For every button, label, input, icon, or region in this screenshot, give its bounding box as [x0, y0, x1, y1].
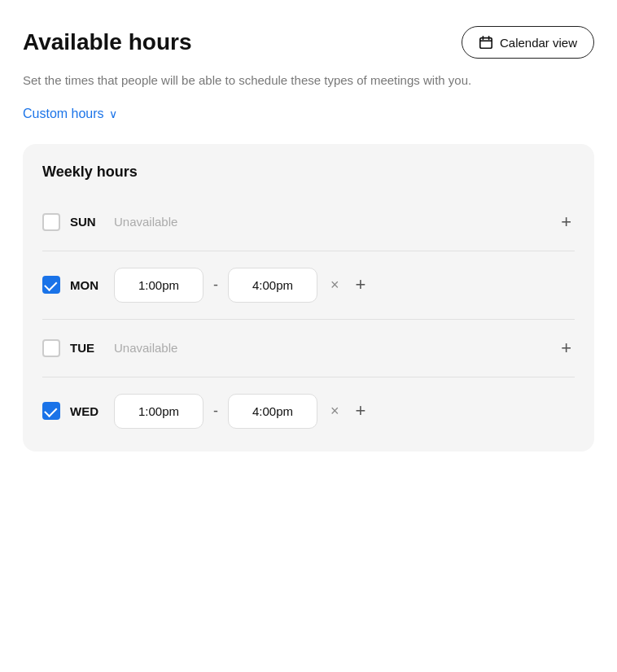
- day-row-tue: TUE Unavailable +: [42, 323, 575, 373]
- subtitle-text: Set the times that people will be able t…: [23, 72, 594, 90]
- wed-dash: -: [213, 403, 218, 420]
- mon-checkbox[interactable]: [42, 276, 60, 294]
- mon-dash: -: [213, 277, 218, 294]
- mon-label: MON: [70, 278, 104, 292]
- wed-label: WED: [70, 404, 104, 418]
- mon-add-button[interactable]: +: [352, 273, 370, 297]
- page-header: Available hours Calendar view: [23, 26, 594, 59]
- wed-checkbox[interactable]: [42, 402, 60, 420]
- sun-checkbox[interactable]: [42, 213, 60, 231]
- day-row-mon: MON 1:00pm - 4:00pm × +: [42, 255, 575, 316]
- wed-add-button[interactable]: +: [352, 399, 370, 423]
- wed-remove-button[interactable]: ×: [327, 400, 343, 421]
- wed-start-time[interactable]: 1:00pm: [114, 394, 203, 429]
- day-row-wed: WED 1:00pm - 4:00pm × +: [42, 381, 575, 442]
- svg-rect-0: [480, 38, 492, 49]
- tue-label: TUE: [70, 341, 104, 355]
- day-row-sun: SUN Unavailable +: [42, 197, 575, 247]
- page-title: Available hours: [23, 29, 191, 55]
- mon-start-time[interactable]: 1:00pm: [114, 268, 203, 303]
- calendar-view-label: Calendar view: [500, 36, 577, 50]
- weekly-hours-title: Weekly hours: [42, 164, 575, 181]
- mon-remove-button[interactable]: ×: [327, 274, 343, 295]
- sun-add-button[interactable]: +: [558, 210, 575, 234]
- chevron-down-icon: ∨: [109, 107, 117, 120]
- weekly-hours-card: Weekly hours SUN Unavailable + MON 1:00p…: [23, 144, 594, 452]
- sun-label: SUN: [70, 215, 104, 229]
- calendar-icon: [479, 35, 493, 50]
- calendar-view-button[interactable]: Calendar view: [462, 26, 594, 59]
- custom-hours-label: Custom hours: [23, 107, 104, 121]
- wed-end-time[interactable]: 4:00pm: [228, 394, 317, 429]
- tue-unavailable: Unavailable: [114, 341, 548, 355]
- custom-hours-link[interactable]: Custom hours ∨: [23, 107, 117, 121]
- mon-end-time[interactable]: 4:00pm: [228, 268, 317, 303]
- tue-checkbox[interactable]: [42, 339, 60, 357]
- tue-add-button[interactable]: +: [558, 336, 575, 360]
- sun-unavailable: Unavailable: [114, 215, 548, 229]
